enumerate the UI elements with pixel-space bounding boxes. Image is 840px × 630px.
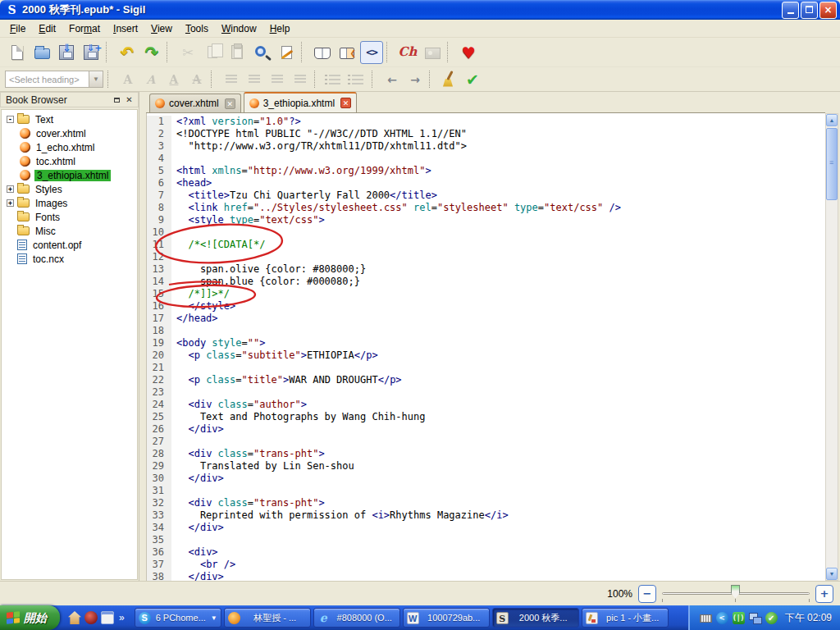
save-button[interactable] xyxy=(55,41,78,64)
menu-view[interactable]: View xyxy=(144,21,179,36)
scroll-down-icon[interactable]: ▼ xyxy=(826,568,838,580)
collapse-icon[interactable]: - xyxy=(7,116,14,123)
code-line: 29 Translated by Lin Sen-shou xyxy=(147,460,825,472)
code-editor[interactable]: 1<?xml version="1.0"?>2<!DOCTYPE html PU… xyxy=(146,113,825,581)
metadata-editor-button[interactable]: Ch xyxy=(396,41,419,64)
tree-item-Images[interactable]: +Images xyxy=(2,196,137,210)
tab-cover-xhtml[interactable]: cover.xhtml ✕ xyxy=(149,94,241,112)
taskbar-button-ie[interactable]: e#808000 (O... xyxy=(313,608,400,628)
underline-button: A xyxy=(163,70,185,89)
scroll-up-icon[interactable]: ▲ xyxy=(826,114,838,126)
minimize-button[interactable] xyxy=(782,2,799,19)
code-segment: "" xyxy=(248,337,259,349)
menu-help[interactable]: Help xyxy=(263,21,297,36)
expand-icon[interactable]: + xyxy=(7,199,14,207)
code-text: Translated by Lin Sen-shou xyxy=(171,460,354,472)
format-toolbar: <Select heading>▼AAAA←→✔ xyxy=(0,67,840,92)
code-line: 34 </div> xyxy=(147,522,825,534)
code-view-button[interactable]: <> xyxy=(360,41,383,64)
zoom-in-button[interactable]: + xyxy=(815,585,833,603)
task-buttons: S6 PChome...▼林聖授 - ...e#808000 (O...W100… xyxy=(131,608,688,628)
quick-launch-browser-icon[interactable] xyxy=(84,611,98,624)
scrollbar-thumb[interactable] xyxy=(826,128,838,200)
network-tray-icon[interactable] xyxy=(749,612,761,624)
open-button[interactable] xyxy=(30,41,53,64)
tree-item-toc-ncx[interactable]: toc.ncx xyxy=(2,252,137,266)
code-segment: </p> xyxy=(354,349,378,361)
taskbar-button-word[interactable]: W1000729ab... xyxy=(403,608,490,628)
folder-icon xyxy=(17,212,30,221)
tab-3-ethiopia-xhtml[interactable]: 3_ethiopia.xhtml ✕ xyxy=(244,92,357,112)
code-segment: <p xyxy=(188,349,206,361)
save-as-button[interactable] xyxy=(80,41,103,64)
quick-launch-chevron-icon[interactable]: » xyxy=(117,612,126,623)
validate-button[interactable]: ✔ xyxy=(462,70,483,89)
new-file-button[interactable] xyxy=(6,41,29,64)
taskbar-button-paint[interactable]: pic 1 - 小畫... xyxy=(582,608,669,628)
tree-item-label: Styles xyxy=(34,184,64,195)
tree-item-cover-xhtml[interactable]: cover.xhtml xyxy=(2,126,137,140)
redo-button[interactable]: ↷ xyxy=(140,41,163,64)
editor-scrollbar[interactable]: ▲ ▼ xyxy=(825,113,838,581)
dock-close-button[interactable]: ✕ xyxy=(123,94,135,106)
tab-close-icon[interactable]: ✕ xyxy=(225,98,235,109)
find-replace-button[interactable] xyxy=(275,41,298,64)
undo-button[interactable]: ↶ xyxy=(116,41,139,64)
keyboard-tray-icon[interactable] xyxy=(700,614,712,623)
tree-item-content-opf[interactable]: content.opf xyxy=(2,238,137,252)
slider-handle[interactable] xyxy=(731,585,740,599)
book-view-button[interactable] xyxy=(311,41,334,64)
indent-left-button[interactable]: ← xyxy=(381,70,403,89)
indent-right-button[interactable]: → xyxy=(404,70,426,89)
tab-close-icon[interactable]: ✕ xyxy=(340,98,351,108)
line-number: 11 xyxy=(147,239,171,251)
restore-button[interactable] xyxy=(801,2,818,19)
zoom-slider[interactable] xyxy=(662,585,810,603)
clock[interactable]: 下午 02:09 xyxy=(782,611,832,625)
code-segment xyxy=(176,448,188,459)
tree-item-Misc[interactable]: Misc xyxy=(2,224,137,238)
toolbar-separator xyxy=(106,42,112,62)
code-text: span.olive {color: #808000;} xyxy=(171,263,366,276)
page-icon xyxy=(20,170,30,180)
menu-format[interactable]: Format xyxy=(62,21,107,36)
code-segment: class xyxy=(218,497,248,509)
tree-item-toc-xhtml[interactable]: toc.xhtml xyxy=(2,154,137,168)
line-number: 3 xyxy=(147,140,171,153)
show-desktop-icon[interactable] xyxy=(101,611,114,624)
split-view-button[interactable] xyxy=(336,41,358,64)
taskbar-button-msn[interactable]: 林聖授 - ... xyxy=(224,608,311,628)
tree-item-Text[interactable]: -Text xyxy=(2,112,137,126)
find-button[interactable] xyxy=(250,41,273,64)
menu-edit[interactable]: Edit xyxy=(32,21,62,36)
menu-window[interactable]: Window xyxy=(215,21,263,36)
tree-item-3_ethiopia-xhtml[interactable]: 3_ethiopia.xhtml xyxy=(2,168,137,182)
skype-tray-icon[interactable]: < xyxy=(716,612,728,624)
close-button[interactable]: × xyxy=(819,2,837,19)
quick-launch-home-icon[interactable] xyxy=(68,611,81,624)
taskbar-button-sigil[interactable]: S2000 秋季... xyxy=(492,608,579,628)
tree-item-Styles[interactable]: +Styles xyxy=(2,182,137,196)
media-player-tray-icon[interactable]: (|) xyxy=(733,612,745,624)
update-tray-icon[interactable]: ✔ xyxy=(765,612,778,624)
start-button[interactable]: 開始 xyxy=(0,605,60,630)
title-bar: S 2000 秋季刊.epub* - Sigil × xyxy=(0,0,840,20)
menu-insert[interactable]: Insert xyxy=(107,21,144,36)
tree-item-Fonts[interactable]: Fonts xyxy=(2,210,137,224)
taskbar-button-skype[interactable]: S6 PChome...▼ xyxy=(135,608,221,628)
heading-select[interactable]: <Select heading>▼ xyxy=(5,71,103,88)
tree-item-1_echo-xhtml[interactable]: 1_echo.xhtml xyxy=(2,140,137,154)
code-line: 3 "http://www.w3.org/TR/xhtml11/DTD/xhtm… xyxy=(147,140,825,153)
clean-source-button[interactable] xyxy=(439,70,460,89)
code-segment: "1.0" xyxy=(259,116,289,127)
code-segment: WAR AND DROUGHT xyxy=(289,374,377,386)
dock-float-button[interactable] xyxy=(111,94,123,106)
expand-icon[interactable]: + xyxy=(7,185,14,193)
undo-icon: ↶ xyxy=(121,43,135,62)
menu-file[interactable]: File xyxy=(3,21,32,36)
zoom-out-button[interactable]: − xyxy=(638,585,656,603)
line-number: 1 xyxy=(147,116,171,128)
validate-icon: ✔ xyxy=(466,71,479,89)
donate-button[interactable]: ♥ xyxy=(457,41,480,64)
menu-tools[interactable]: Tools xyxy=(179,21,215,36)
